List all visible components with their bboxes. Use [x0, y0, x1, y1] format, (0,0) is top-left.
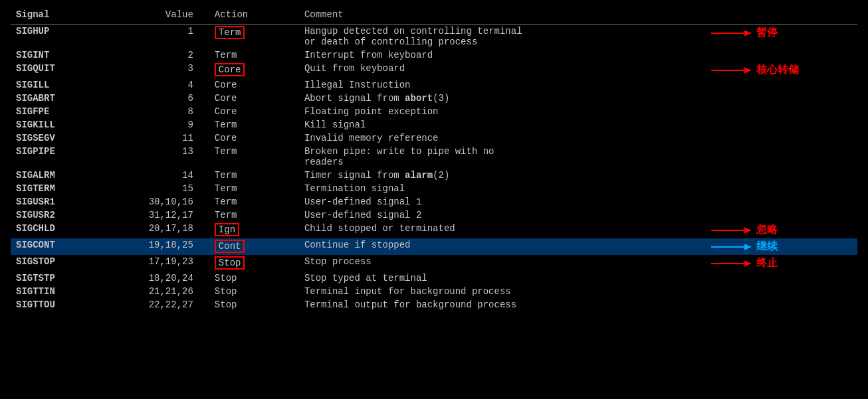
table-row: SIGILL4CoreIllegal Instruction — [11, 78, 857, 92]
cell-comment: Kill signal — [299, 118, 698, 131]
cell-comment: Invalid memory reference — [299, 131, 698, 145]
cell-signal: SIGSEGV — [11, 131, 110, 145]
cell-action: Term — [209, 48, 299, 62]
cell-annotation — [698, 118, 857, 131]
cell-value: 1 — [110, 25, 209, 49]
cell-annotation — [698, 182, 857, 195]
table-row: SIGCONT19,18,25ContContinue if stopped继续 — [11, 238, 857, 255]
cell-value: 17,19,23 — [110, 255, 209, 272]
cell-comment: Abort signal from abort(3) — [299, 92, 698, 105]
header-annotation — [698, 7, 857, 25]
cell-comment: Floating point exception — [299, 105, 698, 118]
cell-action: Term — [209, 169, 299, 182]
cell-annotation — [698, 92, 857, 105]
cell-comment: Stop typed at terminal — [299, 272, 698, 285]
cell-action: Term — [209, 195, 299, 208]
cell-value: 14 — [110, 169, 209, 182]
cell-signal: SIGKILL — [11, 118, 110, 131]
cell-signal: SIGSTOP — [11, 255, 110, 272]
cell-comment: Terminal input for background process — [299, 285, 698, 298]
cell-value: 19,18,25 — [110, 238, 209, 255]
cell-signal: SIGQUIT — [11, 62, 110, 78]
cell-action: Core — [209, 78, 299, 92]
table-row: SIGUSR130,10,16TermUser-defined signal 1 — [11, 195, 857, 208]
cell-comment: Quit from keyboard — [299, 62, 698, 78]
cell-action: Term — [209, 182, 299, 195]
cell-value: 11 — [110, 131, 209, 145]
cell-action: Term — [209, 208, 299, 222]
table-row: SIGQUIT3CoreQuit from keyboard核心转储 — [11, 62, 857, 78]
cell-comment: Termination signal — [299, 182, 698, 195]
cell-annotation — [698, 105, 857, 118]
header-value: Value — [110, 7, 209, 25]
cell-signal: SIGTTOU — [11, 298, 110, 311]
cell-value: 6 — [110, 92, 209, 105]
cell-annotation — [698, 272, 857, 285]
table-row: SIGHUP1TermHangup detected on controllin… — [11, 25, 857, 49]
table-row: SIGCHLD20,17,18IgnChild stopped or termi… — [11, 222, 857, 238]
header-signal: Signal — [11, 7, 110, 25]
table-row: SIGSTOP17,19,23StopStop process终止 — [11, 255, 857, 272]
table-row: SIGALRM14TermTimer signal from alarm(2) — [11, 169, 857, 182]
cell-signal: SIGUSR2 — [11, 208, 110, 222]
cell-signal: SIGHUP — [11, 25, 110, 49]
table-row: SIGSEGV11CoreInvalid memory reference — [11, 131, 857, 145]
cell-signal: SIGABRT — [11, 92, 110, 105]
table-row: SIGTERM15TermTermination signal — [11, 182, 857, 195]
cell-annotation: 忽略 — [698, 222, 857, 238]
cell-signal: SIGALRM — [11, 169, 110, 182]
table-row: SIGTTIN21,21,26StopTerminal input for ba… — [11, 285, 857, 298]
cell-action: Stop — [209, 255, 299, 272]
table-row: SIGABRT6CoreAbort signal from abort(3) — [11, 92, 857, 105]
cell-signal: SIGTSTP — [11, 272, 110, 285]
cell-action: Cont — [209, 238, 299, 255]
cell-value: 2 — [110, 48, 209, 62]
table-row: SIGTTOU22,22,27StopTerminal output for b… — [11, 298, 857, 311]
cell-signal: SIGTTIN — [11, 285, 110, 298]
cell-action: Core — [209, 131, 299, 145]
cell-action: Stop — [209, 285, 299, 298]
cell-comment: Child stopped or terminated — [299, 222, 698, 238]
cell-signal: SIGINT — [11, 48, 110, 62]
cell-comment: Hangup detected on controlling terminal … — [299, 25, 698, 49]
header-comment: Comment — [299, 7, 698, 25]
cell-annotation — [698, 169, 857, 182]
cell-value: 22,22,27 — [110, 298, 209, 311]
cell-annotation — [698, 48, 857, 62]
cell-value: 21,21,26 — [110, 285, 209, 298]
cell-action: Stop — [209, 298, 299, 311]
cell-annotation: 暂停 — [698, 25, 857, 49]
cell-annotation — [698, 195, 857, 208]
cell-annotation: 核心转储 — [698, 62, 857, 78]
cell-value: 20,17,18 — [110, 222, 209, 238]
cell-action: Core — [209, 62, 299, 78]
cell-annotation — [698, 78, 857, 92]
cell-value: 8 — [110, 105, 209, 118]
cell-comment: Timer signal from alarm(2) — [299, 169, 698, 182]
cell-action: Stop — [209, 272, 299, 285]
cell-signal: SIGFPE — [11, 105, 110, 118]
cell-annotation — [698, 145, 857, 169]
cell-signal: SIGPIPE — [11, 145, 110, 169]
cell-comment: User-defined signal 2 — [299, 208, 698, 222]
cell-action: Term — [209, 25, 299, 49]
cell-value: 31,12,17 — [110, 208, 209, 222]
cell-annotation: 终止 — [698, 255, 857, 272]
cell-value: 4 — [110, 78, 209, 92]
cell-value: 9 — [110, 118, 209, 131]
header-action: Action — [209, 7, 299, 25]
cell-value: 15 — [110, 182, 209, 195]
cell-comment: Broken pipe: write to pipe with no reade… — [299, 145, 698, 169]
cell-value: 18,20,24 — [110, 272, 209, 285]
table-row: SIGPIPE13TermBroken pipe: write to pipe … — [11, 145, 857, 169]
cell-action: Core — [209, 92, 299, 105]
cell-annotation — [698, 131, 857, 145]
main-container: Signal Value Action Comment SIGHUP1TermH… — [11, 7, 857, 311]
cell-annotation: 继续 — [698, 238, 857, 255]
cell-signal: SIGTERM — [11, 182, 110, 195]
cell-value: 30,10,16 — [110, 195, 209, 208]
cell-signal: SIGCHLD — [11, 222, 110, 238]
cell-comment: Stop process — [299, 255, 698, 272]
table-row: SIGUSR231,12,17TermUser-defined signal 2 — [11, 208, 857, 222]
table-row: SIGKILL9TermKill signal — [11, 118, 857, 131]
